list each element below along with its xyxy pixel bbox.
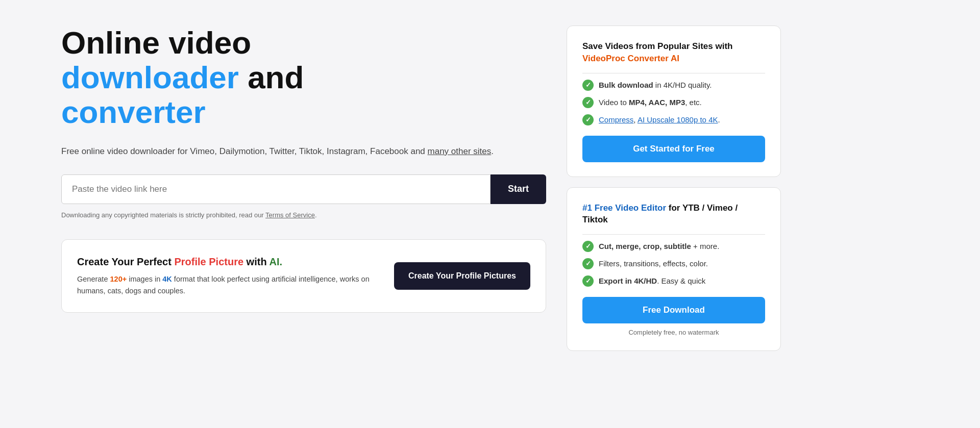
sub-note: Completely free, no watermark bbox=[582, 329, 765, 336]
check-icon bbox=[582, 258, 594, 269]
disclaimer-text: Downloading any copyrighted materials is… bbox=[61, 211, 546, 219]
search-bar: Start bbox=[61, 174, 546, 204]
get-started-button[interactable]: Get Started for Free bbox=[582, 136, 765, 162]
check-icon bbox=[582, 114, 594, 125]
videoproc-features: Bulk download in 4K/HD quality. Video to… bbox=[582, 80, 765, 125]
free-download-button[interactable]: Free Download bbox=[582, 297, 765, 323]
check-icon bbox=[582, 97, 594, 108]
hero-heading: Online video downloader and converter bbox=[61, 26, 546, 130]
hero-line1: Online video bbox=[61, 25, 251, 60]
promo-card-body: Generate 120+ images in 4K format that l… bbox=[77, 273, 384, 297]
hero-subtext: Free online video downloader for Vimeo, … bbox=[61, 144, 546, 158]
terms-link[interactable]: Terms of Service bbox=[265, 211, 315, 219]
ai-upscale-link[interactable]: AI Upscale 1080p to 4K bbox=[638, 115, 718, 124]
videoproc-card: Save Videos from Popular Sites with Vide… bbox=[567, 26, 781, 177]
check-icon bbox=[582, 241, 594, 252]
many-sites-link[interactable]: many other sites bbox=[428, 146, 492, 156]
feature-item: Video to MP4, AAC, MP3, etc. bbox=[582, 97, 765, 108]
video-url-input[interactable] bbox=[61, 174, 491, 204]
hero-downloader: downloader bbox=[61, 60, 239, 95]
video-editor-card-title: #1 Free Video Editor for YTB / Vimeo / T… bbox=[582, 202, 765, 226]
video-editor-features: Cut, merge, crop, subtitle + more. Filte… bbox=[582, 241, 765, 287]
video-editor-card: #1 Free Video Editor for YTB / Vimeo / T… bbox=[567, 187, 781, 351]
hero-converter: converter bbox=[61, 94, 206, 130]
hero-and: and bbox=[239, 60, 304, 95]
feature-item: Bulk download in 4K/HD quality. bbox=[582, 80, 765, 91]
feature-item: Export in 4K/HD. Easy & quick bbox=[582, 275, 765, 287]
check-icon bbox=[582, 275, 594, 287]
promo-card-title: Create Your Perfect Profile Picture with… bbox=[77, 255, 384, 268]
start-button[interactable]: Start bbox=[491, 174, 546, 204]
feature-item: Compress, AI Upscale 1080p to 4K. bbox=[582, 114, 765, 125]
feature-item: Cut, merge, crop, subtitle + more. bbox=[582, 241, 765, 252]
compress-link[interactable]: Compress bbox=[599, 115, 633, 124]
profile-picture-card: Create Your Perfect Profile Picture with… bbox=[61, 239, 546, 313]
create-profile-pictures-button[interactable]: Create Your Profile Pictures bbox=[394, 262, 530, 290]
check-icon bbox=[582, 80, 594, 91]
videoproc-card-title: Save Videos from Popular Sites with Vide… bbox=[582, 40, 765, 65]
feature-item: Filters, transitions, effects, color. bbox=[582, 258, 765, 269]
